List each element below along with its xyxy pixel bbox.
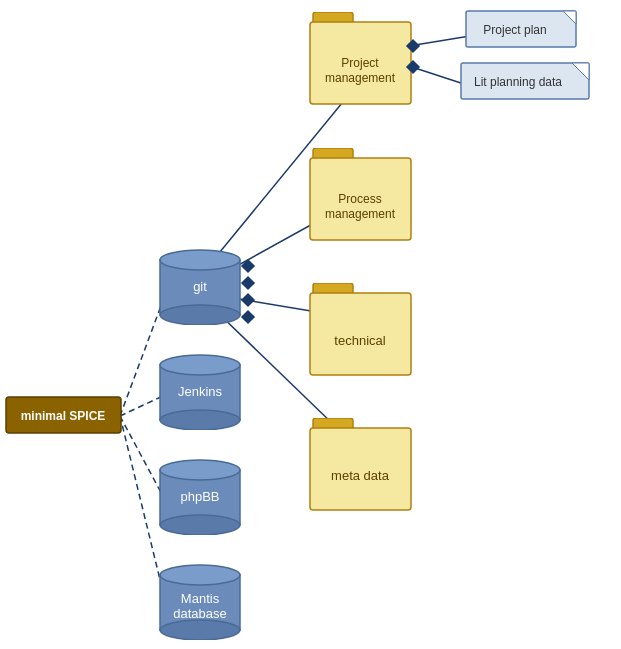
svg-text:meta data: meta data <box>331 468 390 483</box>
project-mgmt-folder: Project management <box>308 12 413 107</box>
svg-point-15 <box>160 355 240 375</box>
svg-text:Mantis: Mantis <box>181 591 220 606</box>
svg-point-19 <box>160 460 240 480</box>
minimal-spice-box: minimal SPICE <box>5 396 123 439</box>
diagram-container: git Jenkins phpBB Mantis database <box>0 0 621 649</box>
svg-text:Project: Project <box>341 56 379 70</box>
svg-text:git: git <box>193 279 207 294</box>
svg-text:phpBB: phpBB <box>180 489 219 504</box>
svg-point-24 <box>160 620 240 640</box>
project-plan-doc: Project plan <box>465 10 585 50</box>
svg-point-23 <box>160 565 240 585</box>
svg-point-20 <box>160 515 240 535</box>
git-cylinder: git <box>155 245 245 325</box>
svg-line-4 <box>415 36 470 45</box>
process-mgmt-folder: Process management <box>308 148 413 243</box>
svg-text:Process: Process <box>338 192 381 206</box>
jenkins-cylinder: Jenkins <box>155 350 245 430</box>
lit-planning-doc: Lit planning data <box>460 62 595 102</box>
phpbb-cylinder: phpBB <box>155 455 245 535</box>
svg-point-11 <box>160 250 240 270</box>
mantis-cylinder: Mantis database <box>155 560 245 640</box>
svg-text:management: management <box>325 207 396 221</box>
svg-point-12 <box>160 305 240 325</box>
svg-text:management: management <box>325 71 396 85</box>
svg-text:Lit planning data: Lit planning data <box>474 75 562 89</box>
metadata-folder: meta data <box>308 418 413 513</box>
svg-point-16 <box>160 410 240 430</box>
svg-text:Project plan: Project plan <box>483 23 546 37</box>
svg-text:Jenkins: Jenkins <box>178 384 223 399</box>
svg-text:database: database <box>173 606 227 621</box>
svg-text:minimal SPICE: minimal SPICE <box>21 409 106 423</box>
svg-text:technical: technical <box>334 333 385 348</box>
technical-folder: technical <box>308 283 413 378</box>
